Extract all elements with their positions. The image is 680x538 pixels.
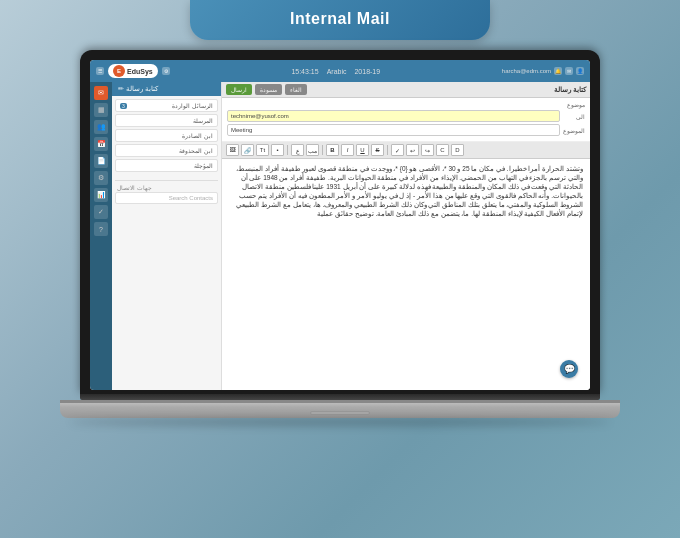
editor-btn-list[interactable]: • xyxy=(271,144,284,156)
editor-body[interactable]: وتشتد الحرارة أمرا خطيرا. في مكان ما 25 … xyxy=(222,159,590,390)
editor-content: وتشتد الحرارة أمرا خطيرا. في مكان ما 25 … xyxy=(229,164,583,219)
from-row: موضوع xyxy=(227,101,585,108)
sidebar-icon-mail[interactable]: ✉ xyxy=(94,86,108,100)
laptop-screen: ☰ E EduSys ⚙ 15:43:15 Arabic 2018-19 har… xyxy=(80,50,600,394)
topbar-time: 15:43:15 xyxy=(291,68,318,75)
compose-toolbar: ارسال مسودة الغاء كتابة رسالة xyxy=(222,82,590,98)
logo-area: E EduSys xyxy=(108,64,158,78)
sidebar-icon-chart[interactable]: 📊 xyxy=(94,188,108,202)
separator-3 xyxy=(387,145,388,155)
subject-input[interactable]: Meeting xyxy=(227,124,560,136)
send-button[interactable]: ارسال xyxy=(226,84,252,95)
screen-inner: ☰ E EduSys ⚙ 15:43:15 Arabic 2018-19 har… xyxy=(90,60,590,390)
subject-row: الموضوع Meeting xyxy=(227,124,585,136)
notifications-icon[interactable]: 🔔 xyxy=(554,67,562,75)
top-banner: Internal Mail xyxy=(190,0,490,40)
editor-btn-font[interactable]: Tt xyxy=(256,144,269,156)
editor-btn-arabic[interactable]: ع xyxy=(291,144,304,156)
editor-btn-italic[interactable]: I xyxy=(341,144,354,156)
editor-btn-redo[interactable]: ↪ xyxy=(421,144,434,156)
to-row: الى technime@yusof.com xyxy=(227,110,585,122)
logo-icon: E xyxy=(113,65,125,77)
editor-btn-format[interactable]: مب xyxy=(306,144,319,156)
settings-icon[interactable]: ⚙ xyxy=(162,67,170,75)
draft-button[interactable]: مسودة xyxy=(255,84,282,95)
sidebar-icon-users[interactable]: 👥 xyxy=(94,120,108,134)
mail-icon[interactable]: ✉ xyxy=(565,67,573,75)
form-fields: موضوع الى technime@yusof.com الموضوع xyxy=(222,98,590,142)
right-area: ارسال مسودة الغاء كتابة رسالة موضوع xyxy=(222,82,590,390)
menu-item-sent[interactable]: المرسلة xyxy=(115,114,218,127)
app-ui: ☰ E EduSys ⚙ 15:43:15 Arabic 2018-19 har… xyxy=(90,60,590,390)
editor-btn-underline[interactable]: U xyxy=(356,144,369,156)
editor-btn-img[interactable]: 🖼 xyxy=(226,144,239,156)
sidebar-icon-dashboard[interactable]: ▦ xyxy=(94,103,108,117)
to-label: الى xyxy=(560,113,585,120)
menu-item-outbox[interactable]: ابن الصادرة xyxy=(115,129,218,142)
editor-btn-color[interactable]: C xyxy=(436,144,449,156)
left-panel-header: ✏ كتابة رسالة xyxy=(112,82,221,96)
editor-btn-undo[interactable]: ↩ xyxy=(406,144,419,156)
separator-1 xyxy=(287,145,288,155)
main-content: ✉ ▦ 👥 📅 📄 ⚙ 📊 ✓ ? ✏ كتابة xyxy=(90,82,590,390)
search-contacts[interactable]: Search Contacts xyxy=(115,192,218,204)
topbar-year: 2018-19 xyxy=(354,68,380,75)
compose-actions: ارسال مسودة الغاء xyxy=(226,84,307,95)
menu-section: الرسائل الواردة 3 المرسلة ابن الصادرة اب… xyxy=(112,96,221,177)
editor-btn-check[interactable]: ✓ xyxy=(391,144,404,156)
laptop-shadow xyxy=(70,418,610,426)
chat-bubble[interactable]: 💬 xyxy=(560,360,578,378)
sidebar-icon-calendar[interactable]: 📅 xyxy=(94,137,108,151)
contacts-title: جهات الاتصال xyxy=(115,180,218,192)
sidebar: ✉ ▦ 👥 📅 📄 ⚙ 📊 ✓ ? xyxy=(90,82,112,390)
menu-item-inbox[interactable]: الرسائل الواردة 3 xyxy=(115,99,218,112)
laptop-wrapper: ☰ E EduSys ⚙ 15:43:15 Arabic 2018-19 har… xyxy=(60,50,620,426)
topbar-right: harcha@edm.com 🔔 ✉ 👤 xyxy=(502,67,584,75)
editor-btn-strike[interactable]: S xyxy=(371,144,384,156)
laptop-base xyxy=(60,400,620,418)
separator-2 xyxy=(322,145,323,155)
editor-btn-bold[interactable]: B xyxy=(326,144,339,156)
subject-label: الموضوع xyxy=(560,127,585,134)
menu-item-drafts[interactable]: المؤجلة xyxy=(115,159,218,172)
cancel-button[interactable]: الغاء xyxy=(285,84,307,95)
sidebar-icon-tasks[interactable]: ✓ xyxy=(94,205,108,219)
from-label: موضوع xyxy=(560,101,585,108)
compose-icon: ✏ xyxy=(118,85,124,93)
contacts-section: جهات الاتصال Search Contacts xyxy=(112,177,221,209)
logo-text: EduSys xyxy=(127,68,153,75)
topbar: ☰ E EduSys ⚙ 15:43:15 Arabic 2018-19 har… xyxy=(90,60,590,82)
topbar-center: 15:43:15 Arabic 2018-19 xyxy=(291,68,380,75)
left-panel-title: كتابة رسالة xyxy=(126,85,158,93)
to-input[interactable]: technime@yusof.com xyxy=(227,110,560,122)
topbar-left: ☰ E EduSys ⚙ xyxy=(96,64,170,78)
sidebar-icon-docs[interactable]: 📄 xyxy=(94,154,108,168)
sidebar-icon-support[interactable]: ? xyxy=(94,222,108,236)
editor-toolbar: 🖼 🔗 Tt • ع مب B I U S xyxy=(222,142,590,159)
menu-item-deleted[interactable]: ابن المحذوفة xyxy=(115,144,218,157)
user-icon[interactable]: 👤 xyxy=(576,67,584,75)
user-email: harcha@edm.com xyxy=(502,68,551,74)
editor-btn-link[interactable]: 🔗 xyxy=(241,144,254,156)
trackpad xyxy=(310,411,370,415)
menu-icon[interactable]: ☰ xyxy=(96,67,104,75)
left-panel: ✏ كتابة رسالة الرسائل الواردة 3 المرسلة xyxy=(112,82,222,390)
editor-btn-clear[interactable]: D xyxy=(451,144,464,156)
compose-title: كتابة رسالة xyxy=(554,86,586,94)
banner-title: Internal Mail xyxy=(220,10,460,28)
topbar-language: Arabic xyxy=(327,68,347,75)
sidebar-icon-settings[interactable]: ⚙ xyxy=(94,171,108,185)
